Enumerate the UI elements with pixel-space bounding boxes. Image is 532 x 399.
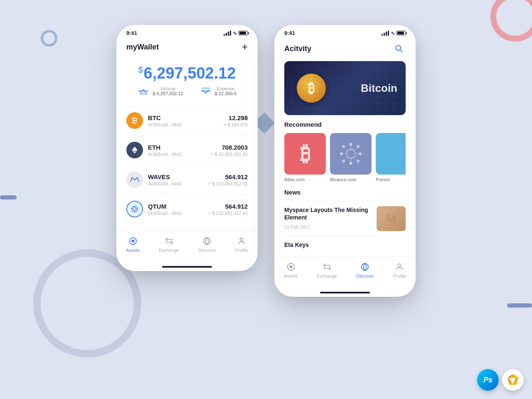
income-icon — [138, 87, 149, 95]
coin-list: BTC 0x3b5ca0...9442 12.298 ≈ $ 184,470 — [126, 106, 248, 227]
eth-logo — [126, 142, 143, 158]
bg-decoration-circle-pink — [490, 0, 532, 42]
profile-nav-icon-2 — [394, 262, 404, 272]
svg-point-7 — [133, 207, 136, 210]
qtum-logo — [126, 201, 143, 217]
coin-item-qtum[interactable]: QTUM 0x3b5ca0...9442 564.912 ≈ $ 102,092… — [126, 195, 248, 223]
status-icons-2: ∿ — [382, 30, 406, 36]
nav-profile-2[interactable]: Profile — [393, 262, 406, 278]
nav-profile-1[interactable]: Profile — [235, 236, 248, 253]
exchange-nav-icon-1 — [164, 236, 174, 246]
waves-info: WAVES 0x3b5ca0...9442 — [148, 173, 208, 186]
assets-nav-icon-2 — [286, 262, 296, 272]
expense-label: Expense — [215, 86, 236, 91]
news-item-2[interactable]: Eta Keys — [284, 236, 406, 253]
svg-point-19 — [350, 143, 352, 146]
btc-info: BTC 0x3b5ca0...9442 — [148, 114, 224, 127]
eth-address: 0x3b5ca0...9442 — [148, 152, 211, 157]
photoshop-logo: Ps — [477, 369, 499, 391]
btc-address: 0x3b5ca0...9442 — [148, 122, 224, 127]
eth-info: ETH 0x3b5ca0...9442 — [148, 144, 211, 157]
waves-symbol: WAVES — [148, 173, 208, 180]
eth-balance: 708.2003 ≈ $ 12,092,021.92 — [211, 144, 248, 157]
waves-logo — [126, 171, 143, 188]
search-button[interactable] — [392, 42, 406, 55]
coin-item-waves[interactable]: WAVES 0x3b5ca0...9442 564.912 ≈ $ 102,09… — [126, 165, 248, 194]
discover-nav-icon-1 — [202, 236, 212, 246]
activity-title: Acitvity — [284, 44, 311, 53]
hero-bitcoin-label: Bitcoin — [361, 82, 397, 95]
qtum-symbol: QTUM — [148, 203, 208, 210]
qtum-address: 0x3b5ca0...9442 — [148, 211, 208, 216]
btc-symbol: BTC — [148, 114, 224, 121]
svg-point-24 — [357, 145, 360, 148]
coin-item-eth[interactable]: ETH 0x3b5ca0...9442 708.2003 ≈ $ 12,092,… — [126, 135, 248, 164]
currency-symbol: $ — [138, 65, 143, 74]
wallet-header: myWallet + — [126, 39, 248, 59]
phones-wrapper: 9:41 ∿ myWallet + — [116, 25, 416, 297]
hero-image: ₿ Bitcoin — [284, 61, 406, 115]
svg-point-21 — [340, 153, 343, 155]
bottom-nav-2: Assets Exchange Discover — [274, 256, 416, 290]
polone-card-image — [376, 133, 406, 175]
recommend-card-binance[interactable]: Binance.com — [330, 133, 372, 182]
svg-line-17 — [400, 50, 402, 52]
assets-label-1: Assets — [126, 248, 140, 253]
phone-wallet: 9:41 ∿ myWallet + — [116, 25, 258, 271]
balance-display: $6,297,502.12 — [126, 65, 248, 81]
recommend-card-polone[interactable]: Polone — [376, 133, 406, 182]
income-stat: Income $ 6,297,502.12 — [138, 86, 183, 96]
income-labels: Income $ 6,297,502.12 — [153, 86, 183, 96]
svg-line-34 — [354, 157, 357, 160]
profile-label-2: Profile — [393, 273, 406, 278]
balance-amount-value: 6,297,502.12 — [144, 64, 236, 82]
eth-usd: ≈ $ 12,092,021.92 — [211, 152, 248, 157]
binance-name: Binance.com — [330, 177, 372, 182]
recommend-card-bitter[interactable]: ₿ Bitter.com — [284, 133, 326, 182]
bitter-name: Bitter.com — [284, 177, 326, 182]
waves-usd: ≈ $ 102,092,012.92 — [208, 181, 248, 186]
waves-address: 0x3b5ca0...9442 — [148, 181, 208, 186]
discover-nav-icon-2 — [360, 262, 370, 272]
bottom-nav-1: Assets Exchange Discover — [116, 231, 258, 264]
hero-bitcoin-coin: ₿ — [297, 74, 326, 103]
wallet-title: myWallet — [126, 43, 159, 52]
news-date-1: 11 Feb 2017 — [284, 224, 372, 229]
status-icons-1: ∿ — [224, 30, 248, 36]
profile-nav-icon-1 — [236, 236, 246, 246]
nav-exchange-1[interactable]: Exchange — [159, 236, 179, 253]
nav-exchange-2[interactable]: Exchange — [317, 262, 337, 278]
nav-discover-2[interactable]: Discover — [356, 262, 374, 278]
svg-point-14 — [204, 238, 211, 245]
wifi-icon-2: ∿ — [391, 30, 395, 36]
qtum-amount: 564.912 — [208, 203, 248, 210]
nav-discover-1[interactable]: Discover — [198, 236, 216, 253]
news-item-1[interactable]: Myspace Layouts The Missing Element 11 F… — [284, 201, 406, 236]
nav-assets-1[interactable]: Assets — [126, 236, 140, 253]
news-title: News — [284, 189, 406, 196]
exchange-nav-icon-2 — [322, 262, 332, 272]
signal-icon — [224, 31, 231, 36]
add-button[interactable]: + — [242, 42, 248, 52]
expense-labels: Expense $ 22,300.0 — [215, 86, 236, 96]
discover-label-2: Discover — [356, 273, 374, 278]
expense-stat: Expense $ 22,300.0 — [200, 86, 236, 96]
svg-point-38 — [398, 264, 401, 267]
nav-assets-2[interactable]: Assets — [284, 262, 298, 278]
status-time-2: 9:41 — [284, 30, 295, 36]
activity-header: Acitvity — [284, 39, 406, 61]
qtum-info: QTUM 0x3b5ca0...9442 — [148, 203, 208, 216]
tool-logos: Ps — [477, 369, 524, 391]
svg-point-13 — [131, 239, 134, 242]
svg-point-36 — [289, 265, 292, 268]
waves-balance: 564.912 ≈ $ 102,092,012.92 — [208, 173, 248, 186]
assets-label-2: Assets — [284, 273, 298, 278]
coin-item-btc[interactable]: BTC 0x3b5ca0...9442 12.298 ≈ $ 184,470 — [126, 106, 248, 135]
phone2-content: Acitvity ₿ Bitcoin Recommend — [274, 39, 416, 253]
btc-usd: ≈ $ 184,470 — [224, 122, 248, 127]
svg-rect-0 — [138, 91, 148, 91]
qtum-balance: 564.912 ≈ $ 102,092,012.92 — [208, 203, 248, 216]
svg-point-20 — [350, 162, 352, 165]
expense-value: $ 22,300.0 — [215, 91, 236, 96]
status-time-1: 9:41 — [126, 30, 137, 36]
